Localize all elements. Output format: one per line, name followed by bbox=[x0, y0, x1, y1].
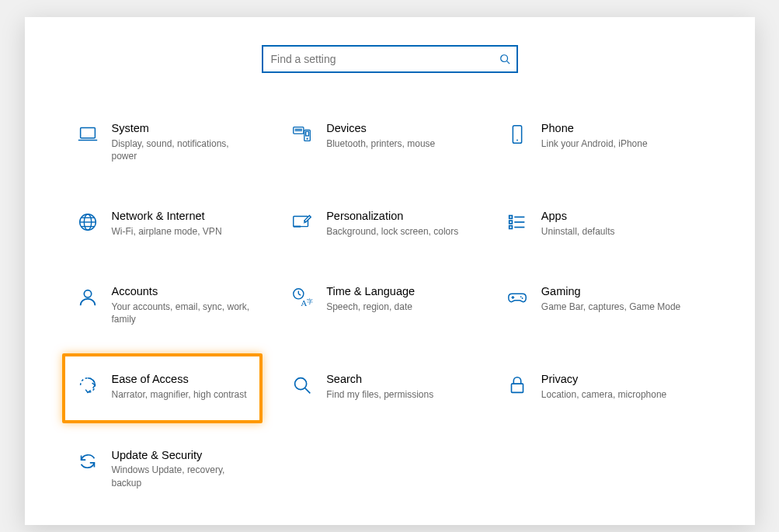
category-title: Apps bbox=[541, 209, 615, 224]
category-title: Phone bbox=[541, 121, 648, 136]
search-icon bbox=[499, 54, 510, 64]
category-accounts[interactable]: AccountsYour accounts, email, sync, work… bbox=[71, 280, 279, 330]
phone-icon bbox=[504, 121, 530, 148]
svg-rect-9 bbox=[306, 131, 309, 136]
category-text: SearchFind my files, permissions bbox=[326, 372, 433, 401]
svg-point-11 bbox=[516, 140, 518, 141]
category-desc: Uninstall, defaults bbox=[541, 225, 615, 238]
devices-icon bbox=[289, 121, 315, 148]
svg-point-25 bbox=[84, 290, 91, 297]
category-text: Update & SecurityWindows Update, recover… bbox=[112, 448, 252, 489]
svg-rect-37 bbox=[511, 384, 523, 393]
svg-rect-21 bbox=[509, 221, 513, 224]
settings-window: SystemDisplay, sound, notifications, pow… bbox=[25, 17, 755, 525]
svg-point-33 bbox=[520, 296, 522, 297]
category-apps[interactable]: AppsUninstall, defaults bbox=[501, 204, 708, 242]
category-personalization[interactable]: PersonalizationBackground, lock screen, … bbox=[286, 204, 493, 242]
category-text: PersonalizationBackground, lock screen, … bbox=[326, 209, 458, 238]
category-time-language[interactable]: A 字 Time & LanguageSpeech, region, date bbox=[286, 280, 493, 330]
category-desc: Narrator, magnifier, high contrast bbox=[112, 388, 247, 401]
category-text: DevicesBluetooth, printers, mouse bbox=[326, 121, 435, 150]
category-system[interactable]: SystemDisplay, sound, notifications, pow… bbox=[71, 116, 279, 167]
category-privacy[interactable]: PrivacyLocation, camera, microphone bbox=[501, 367, 708, 405]
sync-icon bbox=[75, 448, 101, 475]
svg-rect-19 bbox=[509, 216, 513, 219]
category-title: Time & Language bbox=[326, 284, 415, 299]
settings-grid: SystemDisplay, sound, notifications, pow… bbox=[71, 116, 708, 494]
category-text: AccountsYour accounts, email, sync, work… bbox=[112, 284, 252, 325]
category-title: System bbox=[112, 121, 252, 136]
category-desc: Your accounts, email, sync, work, family bbox=[112, 301, 252, 325]
time-language-icon: A 字 bbox=[289, 284, 315, 311]
category-title: Accounts bbox=[112, 284, 252, 299]
category-desc: Bluetooth, printers, mouse bbox=[326, 137, 435, 150]
category-desc: Game Bar, captures, Game Mode bbox=[541, 301, 680, 313]
category-text: GamingGame Bar, captures, Game Mode bbox=[541, 284, 680, 313]
category-title: Personalization bbox=[326, 209, 458, 224]
category-desc: Background, lock screen, colors bbox=[326, 225, 458, 238]
apps-list-icon bbox=[504, 209, 530, 235]
person-icon bbox=[75, 284, 101, 311]
globe-icon bbox=[75, 209, 101, 235]
category-desc: Find my files, permissions bbox=[326, 388, 433, 401]
accessibility-icon bbox=[75, 372, 101, 398]
search-box[interactable] bbox=[262, 45, 518, 73]
category-text: Network & InternetWi-Fi, airplane mode, … bbox=[112, 209, 222, 238]
magnifier-icon bbox=[289, 372, 315, 398]
category-update-security[interactable]: Update & SecurityWindows Update, recover… bbox=[71, 443, 279, 494]
category-title: Ease of Access bbox=[112, 372, 247, 387]
laptop-icon bbox=[75, 121, 101, 148]
category-ease-of-access[interactable]: Ease of AccessNarrator, magnifier, high … bbox=[71, 367, 279, 405]
svg-rect-2 bbox=[80, 128, 95, 138]
svg-point-35 bbox=[295, 378, 307, 390]
category-text: Time & LanguageSpeech, region, date bbox=[326, 284, 415, 313]
category-title: Update & Security bbox=[112, 448, 252, 463]
category-text: SystemDisplay, sound, notifications, pow… bbox=[112, 121, 252, 162]
paintbrush-icon bbox=[289, 209, 315, 235]
category-gaming[interactable]: GamingGame Bar, captures, Game Mode bbox=[501, 280, 708, 330]
category-devices[interactable]: DevicesBluetooth, printers, mouse bbox=[286, 116, 493, 167]
category-text: PrivacyLocation, camera, microphone bbox=[541, 372, 666, 401]
category-title: Search bbox=[326, 372, 433, 387]
category-title: Gaming bbox=[541, 284, 680, 299]
svg-point-34 bbox=[521, 297, 523, 299]
search-container bbox=[71, 45, 708, 73]
category-title: Privacy bbox=[541, 372, 666, 387]
svg-line-36 bbox=[305, 388, 311, 394]
category-desc: Wi-Fi, airplane mode, VPN bbox=[112, 225, 222, 238]
svg-line-28 bbox=[298, 294, 301, 296]
category-search[interactable]: SearchFind my files, permissions bbox=[286, 367, 493, 405]
category-text: AppsUninstall, defaults bbox=[541, 209, 615, 238]
svg-point-8 bbox=[307, 138, 308, 140]
category-phone[interactable]: PhoneLink your Android, iPhone bbox=[501, 116, 708, 167]
lock-icon bbox=[504, 372, 530, 398]
category-text: PhoneLink your Android, iPhone bbox=[541, 121, 648, 150]
svg-line-1 bbox=[506, 61, 509, 64]
category-desc: Windows Update, recovery, backup bbox=[112, 464, 252, 489]
category-network[interactable]: Network & InternetWi-Fi, airplane mode, … bbox=[71, 204, 279, 242]
category-desc: Display, sound, notifications, power bbox=[112, 137, 252, 162]
svg-text:字: 字 bbox=[307, 297, 313, 305]
category-desc: Link your Android, iPhone bbox=[541, 137, 648, 150]
category-desc: Location, camera, microphone bbox=[541, 388, 666, 401]
search-input[interactable] bbox=[270, 52, 496, 66]
gamepad-icon bbox=[504, 284, 530, 311]
svg-rect-23 bbox=[509, 226, 513, 229]
category-desc: Speech, region, date bbox=[326, 301, 415, 313]
category-text: Ease of AccessNarrator, magnifier, high … bbox=[112, 372, 247, 401]
category-title: Devices bbox=[326, 121, 435, 136]
category-title: Network & Internet bbox=[112, 209, 222, 224]
svg-point-0 bbox=[500, 55, 507, 62]
